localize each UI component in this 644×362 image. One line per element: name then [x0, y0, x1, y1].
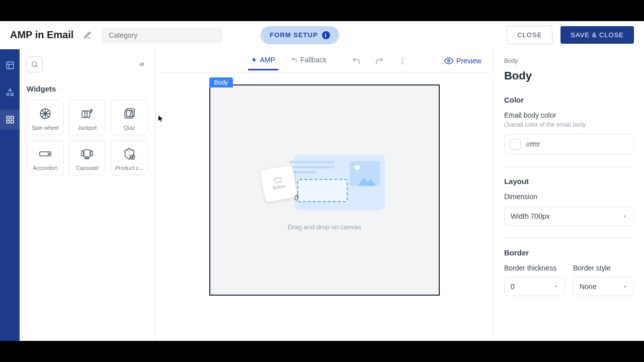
search-button[interactable] — [27, 56, 43, 72]
top-bar: AMP in Email FORM SETUP i CLOSE SAVE & C… — [0, 21, 644, 49]
widget-quiz[interactable]: Quiz — [111, 100, 148, 135]
chevron-down-icon — [622, 284, 627, 289]
canvas-placeholder-illustration: Button — [259, 150, 390, 215]
layout-section-title: Layout — [504, 177, 634, 186]
body-tag[interactable]: Body — [209, 77, 233, 87]
border-thickness-label: Border thickness — [504, 264, 565, 272]
panel-title: Body — [504, 69, 634, 82]
collapse-panel-icon[interactable] — [136, 58, 148, 70]
save-and-close-button[interactable]: SAVE & CLOSE — [560, 26, 634, 44]
breadcrumb: Body — [504, 57, 634, 64]
chevron-down-icon — [553, 284, 558, 289]
email-body[interactable]: Button Drag and drop on canvas — [209, 84, 440, 296]
widgets-heading: Widgets — [27, 84, 148, 93]
svg-rect-6 — [11, 116, 13, 119]
redo-icon[interactable] — [373, 54, 386, 67]
svg-rect-29 — [82, 151, 84, 156]
widget-product-catalog[interactable]: Product c... — [111, 140, 148, 175]
svg-point-3 — [7, 94, 9, 96]
dimension-label: Dimension — [504, 193, 634, 201]
quiz-icon — [122, 107, 136, 121]
svg-rect-0 — [7, 62, 14, 69]
category-input[interactable] — [102, 27, 222, 43]
widget-spin-wheel[interactable]: Spin wheel — [27, 100, 64, 135]
preview-button[interactable]: Preview — [444, 56, 481, 65]
widgets-panel: Widgets Spin wheel Jackpot — [20, 49, 155, 341]
info-icon: i — [322, 31, 330, 39]
close-button[interactable]: CLOSE — [507, 26, 552, 44]
border-section-title: Border — [504, 248, 634, 257]
dimension-select[interactable]: Width 700px — [504, 207, 634, 226]
svg-point-9 — [32, 62, 37, 66]
drop-hint: Drag and drop on canvas — [288, 223, 361, 231]
chevron-down-icon — [622, 214, 627, 219]
sidebar-rail — [0, 49, 20, 341]
accordion-icon — [38, 147, 52, 161]
svg-rect-8 — [7, 121, 9, 123]
svg-point-37 — [402, 57, 404, 59]
spin-wheel-icon — [38, 107, 52, 121]
canvas-area: AMP Fallback Prev — [155, 49, 494, 341]
svg-rect-30 — [91, 151, 93, 156]
svg-point-31 — [85, 158, 86, 159]
svg-rect-5 — [7, 116, 9, 119]
widget-accordion[interactable]: Accordion — [27, 140, 64, 175]
page-title: AMP in Email — [10, 29, 73, 41]
svg-line-10 — [36, 66, 38, 67]
svg-point-21 — [91, 110, 92, 111]
color-field-hint: Overall color of the email body — [504, 121, 634, 128]
rail-widgets-icon[interactable] — [4, 114, 16, 126]
widget-jackpot[interactable]: Jackpot — [69, 100, 106, 135]
widget-carousel[interactable]: Carousel — [69, 140, 106, 175]
carousel-icon — [80, 147, 94, 161]
form-setup-button[interactable]: FORM SETUP i — [261, 26, 339, 44]
svg-point-39 — [402, 62, 404, 64]
border-style-label: Border style — [573, 264, 634, 272]
svg-point-33 — [88, 158, 89, 159]
svg-rect-7 — [11, 121, 13, 123]
svg-point-38 — [402, 60, 404, 61]
svg-point-27 — [48, 153, 49, 155]
canvas-toolbar: AMP Fallback Prev — [155, 49, 494, 72]
border-style-select[interactable]: None — [573, 277, 634, 296]
rail-layout-icon[interactable] — [4, 59, 16, 71]
rail-shapes-icon[interactable] — [4, 86, 16, 99]
svg-rect-26 — [40, 152, 51, 156]
border-thickness-select[interactable]: 0 — [504, 277, 565, 296]
tab-amp[interactable]: AMP — [248, 51, 278, 70]
jackpot-icon — [80, 107, 94, 121]
svg-point-32 — [87, 158, 88, 159]
svg-rect-28 — [84, 150, 90, 157]
color-section-title: Color — [504, 96, 634, 104]
undo-icon[interactable] — [350, 54, 363, 67]
product-catalog-icon — [122, 147, 136, 161]
body-color-input[interactable]: #ffffff — [504, 134, 634, 154]
more-options-icon[interactable] — [396, 54, 409, 67]
svg-rect-17 — [83, 111, 90, 118]
color-swatch — [510, 139, 521, 150]
svg-point-25 — [130, 115, 130, 115]
svg-rect-4 — [11, 94, 13, 96]
color-field-label: Email body color — [504, 111, 634, 119]
properties-panel: Body Body Color Email body color Overall… — [494, 49, 644, 341]
svg-point-40 — [448, 59, 450, 62]
tab-fallback[interactable]: Fallback — [288, 51, 330, 70]
edit-title-icon[interactable] — [82, 29, 94, 41]
canvas-frame: Body Button D — [209, 84, 440, 329]
